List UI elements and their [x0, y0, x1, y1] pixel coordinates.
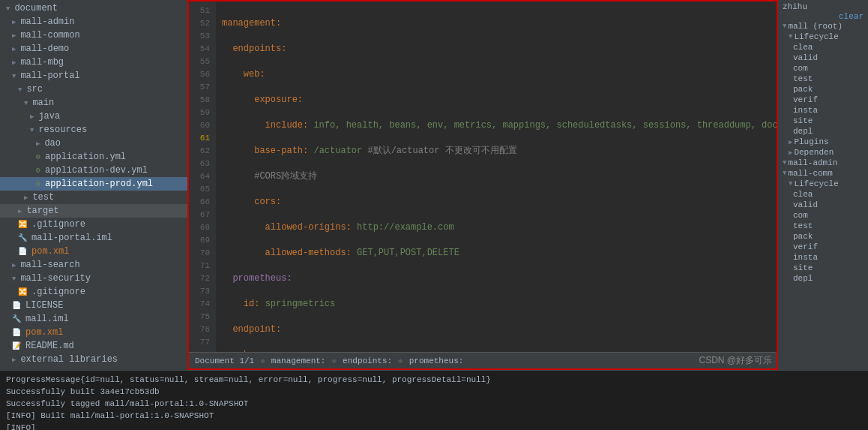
folder-icon: [12, 260, 17, 270]
status-path2: endpoints:: [343, 356, 392, 365]
folder-open-icon: [18, 84, 23, 95]
right-item-test2[interactable]: test: [778, 221, 868, 231]
sidebar-item-pom-xml2[interactable]: 📄 pom.xml: [0, 326, 187, 339]
sidebar-item-gitignore[interactable]: 🔀 .gitignore: [0, 218, 187, 231]
right-item-site2[interactable]: site: [778, 263, 868, 273]
right-item-deploy[interactable]: depl: [778, 126, 868, 137]
sidebar-item-mall-mbg[interactable]: mall-mbg: [0, 56, 187, 69]
sidebar-item-application-dev-yml[interactable]: application-dev.yml: [0, 164, 187, 177]
right-item-deploy2[interactable]: depl: [778, 273, 868, 284]
right-item-site[interactable]: site: [778, 116, 868, 126]
sidebar-item-mall-portal-iml[interactable]: 🔧 mall-portal.iml: [0, 231, 187, 245]
sidebar-item-mall-demo[interactable]: mall-demo: [0, 42, 187, 56]
main-area: document mall-admin mall-common mall-dem…: [0, 0, 868, 370]
sidebar-item-external-libraries[interactable]: external libraries: [0, 353, 187, 366]
right-item-validate2[interactable]: valid: [778, 200, 868, 210]
right-item-mall-root[interactable]: ▼ mall (root): [778, 21, 868, 32]
folder-icon: [24, 192, 29, 203]
right-item-install2[interactable]: insta: [778, 252, 868, 263]
folder-icon: [30, 111, 35, 122]
sidebar-item-readme[interactable]: 📝 README.md: [0, 339, 187, 353]
sidebar-item-target[interactable]: target: [0, 204, 187, 218]
file-sidebar: document mall-admin mall-common mall-dem…: [0, 0, 187, 370]
right-item-mall-admin[interactable]: ▼ mall-admin: [778, 158, 868, 168]
sidebar-item-document[interactable]: document: [0, 2, 187, 15]
sidebar-item-mall-portal[interactable]: mall-portal: [0, 69, 187, 83]
yml-file-icon: [36, 152, 42, 162]
status-path3: prometheus:: [409, 356, 464, 365]
right-item-verify2[interactable]: verif: [778, 242, 868, 252]
right-item-plugins[interactable]: ▶ Plugins: [778, 137, 868, 147]
right-item-test[interactable]: test: [778, 74, 868, 84]
folder-icon: [12, 30, 17, 41]
terminal-line-2: Successfully built 3a4e17cb53db: [6, 386, 862, 398]
right-item-validate[interactable]: valid: [778, 53, 868, 63]
editor-status-bar: Document 1/1 ◆ management: ◆ endpoints: …: [189, 352, 777, 368]
line-numbers: 5152535455 5657585960 6162636465 6667686…: [189, 2, 216, 352]
right-sidebar: zhihu clear ▼ mall (root) ▼ Lifecycle cl…: [778, 0, 868, 370]
editor-area: 5152535455 5657585960 6162636465 6667686…: [187, 0, 778, 370]
editor-content: 5152535455 5657585960 6162636465 6667686…: [189, 2, 777, 368]
folder-icon: [18, 206, 23, 216]
right-item-clean[interactable]: clea: [778, 42, 868, 53]
sidebar-item-mall-security[interactable]: mall-security: [0, 272, 187, 285]
code-content[interactable]: management: endpoints: web: exposure: in…: [216, 2, 777, 352]
right-header-label: zhihu: [783, 2, 807, 11]
sidebar-item-gitignore2[interactable]: 🔀 .gitignore: [0, 285, 187, 299]
right-item-install[interactable]: insta: [778, 105, 868, 116]
sidebar-item-license[interactable]: 📄 LICENSE: [0, 299, 187, 312]
status-doc: Document 1/1: [195, 356, 254, 365]
sidebar-item-mall-admin[interactable]: mall-admin: [0, 15, 187, 29]
terminal-line-1: ProgressMessage{id=null, status=null, st…: [6, 374, 862, 386]
right-item-clean2[interactable]: clea: [778, 189, 868, 200]
folder-open-icon: [12, 71, 17, 81]
folder-icon: [36, 138, 41, 149]
sidebar-item-pom-xml[interactable]: 📄 pom.xml: [0, 245, 187, 258]
right-item-compile[interactable]: com: [778, 63, 868, 74]
sidebar-item-dao[interactable]: dao: [0, 137, 187, 150]
terminal-line-3: Successfully tagged mall/mall-portal:1.0…: [6, 398, 862, 410]
sidebar-item-main[interactable]: main: [0, 96, 187, 110]
watermark: CSDN @好多可乐: [699, 354, 772, 367]
right-item-verify[interactable]: verif: [778, 95, 868, 105]
folder-icon: [12, 17, 17, 27]
sidebar-item-test[interactable]: test: [0, 191, 187, 204]
right-item-package[interactable]: pack: [778, 84, 868, 95]
sidebar-item-src[interactable]: src: [0, 83, 187, 96]
right-item-mall-comm[interactable]: ▼ mall-comm: [778, 168, 868, 179]
sidebar-item-java[interactable]: java: [0, 110, 187, 123]
sidebar-item-application-prod-yml[interactable]: application-prod.yml: [0, 177, 187, 191]
yml-file-icon: [36, 179, 42, 189]
sidebar-item-application-yml[interactable]: application.yml: [0, 150, 187, 164]
folder-open-icon: [30, 125, 35, 135]
right-item-compile2[interactable]: com: [778, 210, 868, 221]
clear-button[interactable]: clear: [839, 12, 864, 21]
right-item-lifecycle[interactable]: ▼ Lifecycle: [778, 32, 868, 42]
folder-icon: [12, 354, 17, 365]
right-item-package2[interactable]: pack: [778, 231, 868, 242]
folder-icon: [12, 44, 17, 54]
sidebar-item-resources[interactable]: resources: [0, 123, 187, 137]
folder-open-icon: [6, 3, 11, 14]
right-header-zhihu: zhihu: [778, 2, 868, 12]
terminal-line-5: [INFO]: [6, 422, 862, 430]
terminal: ProgressMessage{id=null, status=null, st…: [0, 370, 868, 430]
terminal-line-4: [INFO] Built mall/mall-portal:1.0-SNAPSH…: [6, 410, 862, 422]
code-view: 5152535455 5657585960 6162636465 6667686…: [189, 2, 777, 352]
folder-icon: [12, 57, 17, 68]
sidebar-item-mall-common[interactable]: mall-common: [0, 29, 187, 42]
folder-open-icon: [24, 98, 29, 108]
sidebar-item-mall-search[interactable]: mall-search: [0, 258, 187, 272]
status-path1: management:: [271, 356, 326, 365]
right-item-dependencies[interactable]: ▶ Dependen: [778, 147, 868, 158]
folder-open-icon: [12, 273, 17, 284]
right-item-lifecycle2[interactable]: ▼ Lifecycle: [778, 179, 868, 189]
yml-file-icon: [36, 165, 42, 176]
sidebar-item-mall-iml[interactable]: 🔧 mall.iml: [0, 312, 187, 326]
